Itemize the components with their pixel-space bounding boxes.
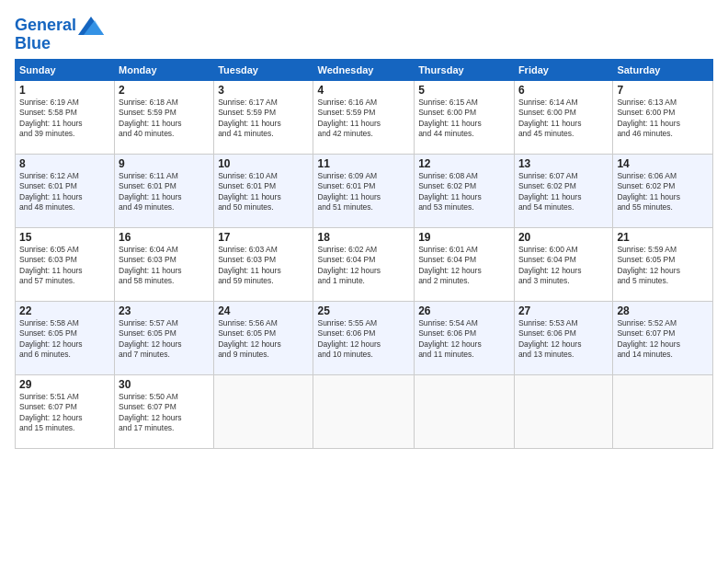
day-detail: Sunrise: 6:07 AMSunset: 6:02 PMDaylight:…: [518, 171, 609, 213]
day-detail: Sunrise: 6:11 AMSunset: 6:01 PMDaylight:…: [119, 171, 210, 213]
day-number: 27: [518, 304, 609, 317]
day-number: 12: [418, 157, 510, 170]
day-number: 7: [617, 84, 709, 97]
calendar-cell: 22Sunrise: 5:58 AMSunset: 6:05 PMDayligh…: [16, 301, 115, 374]
calendar-cell: [415, 374, 515, 448]
logo-icon: [78, 17, 104, 35]
weekday-header-monday: Monday: [115, 59, 214, 80]
day-detail: Sunrise: 5:56 AMSunset: 6:05 PMDaylight:…: [218, 318, 309, 361]
day-number: 28: [617, 304, 709, 317]
weekday-header-sunday: Sunday: [16, 59, 115, 80]
day-number: 17: [218, 231, 309, 244]
logo: General Blue: [15, 13, 104, 53]
calendar-cell: [313, 374, 415, 448]
calendar-cell: 30Sunrise: 5:50 AMSunset: 6:07 PMDayligh…: [115, 374, 214, 448]
day-number: 11: [317, 157, 410, 170]
calendar-cell: 6Sunrise: 6:14 AMSunset: 6:00 PMDaylight…: [514, 80, 612, 154]
weekday-header-friday: Friday: [514, 59, 612, 80]
day-detail: Sunrise: 6:13 AMSunset: 6:00 PMDaylight:…: [617, 98, 709, 140]
calendar-cell: 2Sunrise: 6:18 AMSunset: 5:59 PMDaylight…: [115, 80, 214, 154]
day-number: 29: [19, 378, 110, 391]
calendar-cell: [214, 374, 313, 448]
day-detail: Sunrise: 6:16 AMSunset: 5:59 PMDaylight:…: [317, 98, 410, 140]
calendar-cell: 4Sunrise: 6:16 AMSunset: 5:59 PMDaylight…: [313, 80, 415, 154]
calendar-cell: 7Sunrise: 6:13 AMSunset: 6:00 PMDaylight…: [613, 80, 713, 154]
calendar-cell: 15Sunrise: 6:05 AMSunset: 6:03 PMDayligh…: [16, 227, 115, 301]
weekday-header-wednesday: Wednesday: [313, 59, 415, 80]
calendar-cell: 16Sunrise: 6:04 AMSunset: 6:03 PMDayligh…: [115, 227, 214, 301]
calendar-cell: 25Sunrise: 5:55 AMSunset: 6:06 PMDayligh…: [313, 301, 415, 374]
calendar-cell: 21Sunrise: 5:59 AMSunset: 6:05 PMDayligh…: [613, 227, 713, 301]
calendar-cell: 5Sunrise: 6:15 AMSunset: 6:00 PMDaylight…: [415, 80, 515, 154]
calendar-cell: 3Sunrise: 6:17 AMSunset: 5:59 PMDaylight…: [214, 80, 313, 154]
day-number: 2: [119, 84, 210, 97]
day-detail: Sunrise: 5:55 AMSunset: 6:06 PMDaylight:…: [317, 318, 410, 361]
day-number: 25: [317, 304, 410, 317]
calendar-cell: 14Sunrise: 6:06 AMSunset: 6:02 PMDayligh…: [613, 154, 713, 227]
day-detail: Sunrise: 6:03 AMSunset: 6:03 PMDaylight:…: [218, 245, 309, 287]
day-detail: Sunrise: 6:19 AMSunset: 5:58 PMDaylight:…: [19, 98, 110, 140]
day-number: 4: [317, 84, 410, 97]
day-number: 21: [617, 231, 709, 244]
calendar-cell: [613, 374, 713, 448]
day-number: 19: [418, 231, 510, 244]
weekday-header-saturday: Saturday: [613, 59, 713, 80]
calendar-cell: 11Sunrise: 6:09 AMSunset: 6:01 PMDayligh…: [313, 154, 415, 227]
calendar-cell: 27Sunrise: 5:53 AMSunset: 6:06 PMDayligh…: [514, 301, 612, 374]
day-number: 5: [418, 84, 510, 97]
day-number: 14: [617, 157, 709, 170]
calendar-cell: 1Sunrise: 6:19 AMSunset: 5:58 PMDaylight…: [16, 80, 115, 154]
day-detail: Sunrise: 6:18 AMSunset: 5:59 PMDaylight:…: [119, 98, 210, 140]
calendar-cell: 19Sunrise: 6:01 AMSunset: 6:04 PMDayligh…: [415, 227, 515, 301]
day-detail: Sunrise: 5:53 AMSunset: 6:06 PMDaylight:…: [518, 318, 609, 361]
calendar-cell: 23Sunrise: 5:57 AMSunset: 6:05 PMDayligh…: [115, 301, 214, 374]
calendar-cell: 13Sunrise: 6:07 AMSunset: 6:02 PMDayligh…: [514, 154, 612, 227]
day-number: 9: [119, 157, 210, 170]
weekday-header-tuesday: Tuesday: [214, 59, 313, 80]
day-detail: Sunrise: 5:54 AMSunset: 6:06 PMDaylight:…: [418, 318, 510, 361]
day-number: 18: [317, 231, 410, 244]
day-number: 22: [19, 304, 110, 317]
day-detail: Sunrise: 6:12 AMSunset: 6:01 PMDaylight:…: [19, 171, 110, 213]
day-number: 16: [119, 231, 210, 244]
day-number: 15: [19, 231, 110, 244]
calendar-cell: 10Sunrise: 6:10 AMSunset: 6:01 PMDayligh…: [214, 154, 313, 227]
day-detail: Sunrise: 5:51 AMSunset: 6:07 PMDaylight:…: [19, 392, 110, 434]
day-number: 23: [119, 304, 210, 317]
calendar-cell: 24Sunrise: 5:56 AMSunset: 6:05 PMDayligh…: [214, 301, 313, 374]
day-detail: Sunrise: 6:14 AMSunset: 6:00 PMDaylight:…: [518, 98, 609, 140]
day-detail: Sunrise: 6:10 AMSunset: 6:01 PMDaylight:…: [218, 171, 309, 213]
day-number: 1: [19, 84, 110, 97]
day-detail: Sunrise: 6:00 AMSunset: 6:04 PMDaylight:…: [518, 245, 609, 287]
calendar-cell: 20Sunrise: 6:00 AMSunset: 6:04 PMDayligh…: [514, 227, 612, 301]
calendar-cell: 9Sunrise: 6:11 AMSunset: 6:01 PMDaylight…: [115, 154, 214, 227]
day-number: 20: [518, 231, 609, 244]
calendar-cell: 8Sunrise: 6:12 AMSunset: 6:01 PMDaylight…: [16, 154, 115, 227]
calendar-cell: 28Sunrise: 5:52 AMSunset: 6:07 PMDayligh…: [613, 301, 713, 374]
day-detail: Sunrise: 6:09 AMSunset: 6:01 PMDaylight:…: [317, 171, 410, 213]
day-detail: Sunrise: 5:58 AMSunset: 6:05 PMDaylight:…: [19, 318, 110, 361]
day-number: 10: [218, 157, 309, 170]
calendar-table: SundayMondayTuesdayWednesdayThursdayFrid…: [15, 59, 713, 449]
day-detail: Sunrise: 6:06 AMSunset: 6:02 PMDaylight:…: [617, 171, 709, 213]
calendar-cell: 18Sunrise: 6:02 AMSunset: 6:04 PMDayligh…: [313, 227, 415, 301]
day-number: 30: [119, 378, 210, 391]
day-number: 6: [518, 84, 609, 97]
day-number: 26: [418, 304, 510, 317]
calendar-cell: 29Sunrise: 5:51 AMSunset: 6:07 PMDayligh…: [16, 374, 115, 448]
day-detail: Sunrise: 6:05 AMSunset: 6:03 PMDaylight:…: [19, 245, 110, 287]
day-detail: Sunrise: 6:15 AMSunset: 6:00 PMDaylight:…: [418, 98, 510, 140]
day-detail: Sunrise: 6:02 AMSunset: 6:04 PMDaylight:…: [317, 245, 410, 287]
day-detail: Sunrise: 6:08 AMSunset: 6:02 PMDaylight:…: [418, 171, 510, 213]
calendar-cell: 12Sunrise: 6:08 AMSunset: 6:02 PMDayligh…: [415, 154, 515, 227]
calendar-cell: [514, 374, 612, 448]
day-number: 13: [518, 157, 609, 170]
calendar-cell: 26Sunrise: 5:54 AMSunset: 6:06 PMDayligh…: [415, 301, 515, 374]
day-detail: Sunrise: 6:01 AMSunset: 6:04 PMDaylight:…: [418, 245, 510, 287]
day-number: 3: [218, 84, 309, 97]
day-detail: Sunrise: 5:52 AMSunset: 6:07 PMDaylight:…: [617, 318, 709, 361]
day-number: 8: [19, 157, 110, 170]
weekday-header-thursday: Thursday: [415, 59, 515, 80]
calendar-cell: 17Sunrise: 6:03 AMSunset: 6:03 PMDayligh…: [214, 227, 313, 301]
day-detail: Sunrise: 6:17 AMSunset: 5:59 PMDaylight:…: [218, 98, 309, 140]
